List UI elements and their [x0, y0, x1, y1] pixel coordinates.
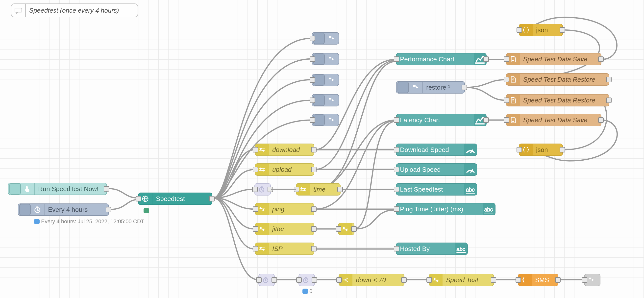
node-label: Speed Test Data Restore: [520, 74, 609, 85]
gauge-upload[interactable]: Upload Speed: [396, 163, 477, 176]
inject-label: Run SpeedTest Now!: [35, 183, 106, 194]
status-dot: [302, 288, 308, 294]
inject-status-text: Every 4 hours: Jul 25, 2022, 12:05:00 CD…: [41, 218, 144, 225]
delay-node-1[interactable]: [258, 274, 275, 286]
change-isp[interactable]: ISP: [255, 242, 314, 255]
node-label: Latency Chart: [396, 114, 474, 126]
change-speed-test[interactable]: Speed Test: [429, 274, 494, 286]
gauge-icon: [464, 144, 477, 156]
node-label: Speed Test Data Save: [520, 54, 601, 65]
link-out-5[interactable]: [312, 114, 339, 126]
link-out-icon: [325, 74, 338, 86]
latency-chart-node[interactable]: Latency Chart: [396, 114, 486, 126]
link-out-icon: [325, 54, 338, 65]
node-label: ISP: [269, 243, 314, 254]
node-label: Speed Test Data Restore: [520, 94, 609, 106]
sms-node[interactable]: SMS: [518, 274, 558, 286]
link-out-icon: [325, 114, 338, 126]
comment-label: Speedtest (once every 4 hours): [25, 4, 138, 17]
change-jitter[interactable]: jitter: [255, 223, 314, 235]
comment-node[interactable]: Speedtest (once every 4 hours): [11, 4, 138, 17]
change-upload[interactable]: upload: [255, 163, 314, 176]
node-label: Last Speedtest: [396, 184, 464, 195]
speedtest-node[interactable]: Speedtest: [138, 192, 212, 205]
text-hosted-by[interactable]: Hosted By abc: [396, 242, 468, 255]
delay-node-2[interactable]: [298, 274, 315, 286]
svg-text:abc: abc: [456, 246, 465, 252]
status-dot: [144, 208, 149, 213]
file-restore-2[interactable]: Speed Test Data Restore: [506, 94, 609, 106]
file-restore-1[interactable]: Speed Test Data Restore: [506, 73, 609, 86]
change-ping[interactable]: ping: [255, 203, 314, 215]
node-label: jitter: [269, 223, 314, 235]
node-label: restore ¹: [423, 82, 464, 93]
link-in-icon: [409, 82, 423, 93]
change-time[interactable]: time: [296, 183, 340, 196]
gauge-download[interactable]: Download Speed: [396, 144, 477, 156]
node-label: Speed Test Data Save: [520, 114, 601, 126]
node-label: upload: [269, 164, 314, 175]
text-icon: abc: [483, 204, 495, 215]
node-label: Download Speed: [396, 144, 464, 156]
link-out-icon: [325, 33, 338, 44]
svg-text:abc: abc: [484, 206, 493, 212]
node-label: json: [532, 144, 562, 156]
text-icon: abc: [455, 243, 467, 254]
json-node-a[interactable]: json: [519, 24, 563, 36]
file-save-1[interactable]: Speed Test Data Save: [506, 53, 602, 65]
touch-icon: [21, 183, 35, 194]
inject-every-4-hours[interactable]: Every 4 hours: [18, 204, 109, 216]
gauge-icon: [464, 164, 477, 175]
link-out-icon: [325, 94, 338, 106]
inject-label: Every 4 hours: [44, 204, 108, 215]
performance-chart-node[interactable]: Performance Chart: [396, 53, 486, 65]
delay-node-time[interactable]: [254, 183, 271, 196]
link-in-restore[interactable]: restore ¹: [396, 81, 465, 94]
comment-icon: [12, 4, 25, 17]
text-last-speedtest[interactable]: Last Speedtest abc: [396, 183, 477, 196]
node-label: Speed Test: [442, 274, 494, 286]
node-label: json: [532, 24, 562, 36]
svg-text:abc: abc: [466, 186, 474, 193]
file-save-2[interactable]: Speed Test Data Save: [506, 114, 602, 126]
status-dot: [34, 219, 40, 224]
link-out-1[interactable]: [312, 32, 339, 44]
node-label: down < 70: [352, 274, 404, 286]
node-label: download: [269, 144, 314, 156]
node-label: ping: [269, 204, 314, 215]
link-out-4[interactable]: [312, 94, 339, 106]
node-label: Hosted By: [396, 243, 455, 254]
inject-button[interactable]: [19, 204, 31, 215]
node-label: SMS: [532, 274, 558, 286]
text-ping-jitter[interactable]: Ping Time (Jitter) (ms) abc: [396, 203, 496, 215]
delay-count: 0: [310, 288, 312, 294]
node-label: time: [310, 184, 340, 195]
node-label: Upload Speed: [396, 164, 464, 175]
link-out-2[interactable]: [312, 53, 339, 65]
switch-down70[interactable]: down < 70: [338, 274, 404, 286]
change-jitter-small[interactable]: [338, 223, 354, 235]
json-node-b[interactable]: json: [519, 144, 563, 156]
inject-run-now[interactable]: Run SpeedTest Now!: [8, 183, 107, 195]
link-out-3[interactable]: [312, 74, 339, 86]
text-icon: abc: [464, 184, 477, 195]
node-label: Speedtest: [152, 193, 212, 204]
node-label: Ping Time (Jitter) (ms): [396, 204, 483, 215]
node-label: Performance Chart: [396, 54, 474, 65]
timer-icon: [31, 204, 44, 215]
node-button[interactable]: [398, 82, 409, 93]
inject-button[interactable]: [10, 183, 21, 194]
link-out-sms[interactable]: [584, 274, 600, 286]
change-download[interactable]: download: [255, 144, 314, 156]
